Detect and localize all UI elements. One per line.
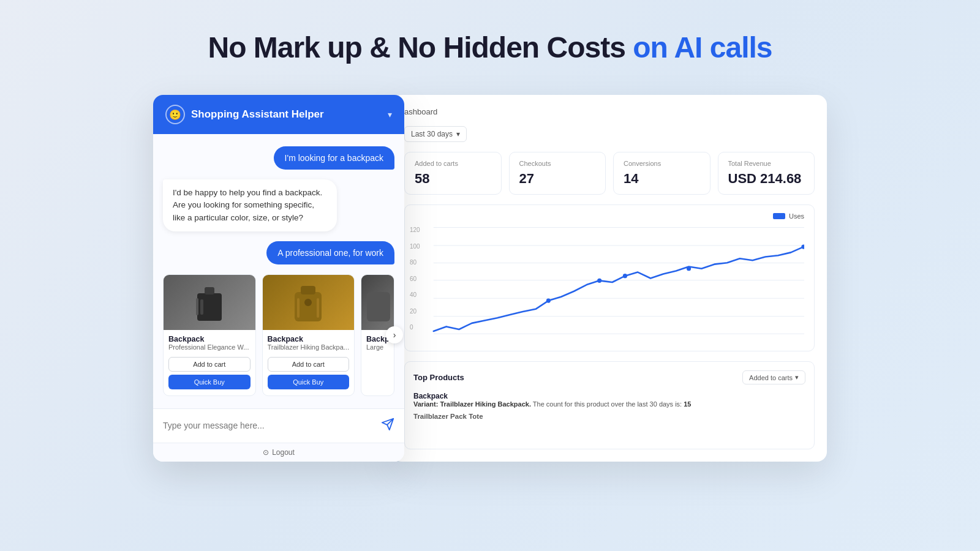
- dashboard-panel: ashboard Last 30 days ▾ Added to carts 5…: [392, 95, 827, 462]
- logout-icon: ⊙: [263, 448, 269, 457]
- svg-point-17: [546, 298, 551, 302]
- headline-accent: on AI calls: [633, 31, 772, 64]
- user-message-2: A professional one, for work: [266, 241, 394, 264]
- chat-panel: 🙂 Shopping Assistant Helper ▾ I'm lookin…: [153, 95, 404, 462]
- calendar-icon: ▾: [456, 130, 460, 138]
- product-image-3: [361, 275, 394, 330]
- product-actions-2: Add to cart Quick Buy: [263, 353, 355, 389]
- chevron-down-icon[interactable]: ▾: [388, 110, 392, 119]
- chart-legend: Uses: [773, 212, 804, 220]
- stats-row: Added to carts 58 Checkouts 27 Conversio…: [404, 152, 815, 195]
- svg-rect-7: [297, 298, 300, 318]
- product-name-2: Backpack: [268, 335, 350, 343]
- product-info-2: Backpack Trailblazer Hiking Backpa...: [263, 330, 355, 353]
- svg-rect-9: [367, 292, 390, 321]
- svg-point-6: [304, 299, 312, 306]
- svg-point-20: [687, 266, 691, 271]
- top-products-section: Top Products Added to carts ▾ Backpack V…: [404, 361, 815, 449]
- chat-header-left: 🙂 Shopping Assistant Helper: [165, 105, 324, 124]
- logout-label[interactable]: Logout: [272, 448, 295, 457]
- products-row: Backpack Professional Elegance W... Add …: [163, 274, 394, 396]
- legend-label: Uses: [789, 212, 804, 220]
- chat-avatar-icon: 🙂: [165, 105, 185, 124]
- product-subtitle-1: Professional Elegance W...: [168, 343, 251, 351]
- top-products-title: Top Products: [413, 373, 464, 382]
- product-card-1: Backpack Professional Elegance W... Add …: [163, 274, 256, 396]
- product-subtitle-3: Large: [366, 343, 389, 351]
- page-headline: No Mark up & No Hidden Costs on AI calls: [208, 31, 772, 64]
- panels-wrapper: 🙂 Shopping Assistant Helper ▾ I'm lookin…: [153, 95, 827, 462]
- svg-point-18: [597, 279, 601, 283]
- top-product-item-1: Trailblazer Pack Tote: [413, 413, 805, 420]
- top-product-name-0: Backpack: [413, 392, 805, 400]
- stat-value-2: 14: [624, 171, 700, 187]
- add-to-cart-button-2[interactable]: Add to cart: [268, 357, 350, 372]
- svg-rect-8: [317, 298, 319, 318]
- stat-value-1: 27: [519, 171, 596, 187]
- variant-label-0: Variant: Trailblazer Hiking Backpack.: [413, 400, 531, 408]
- bot-message-1: I'd be happy to help you find a backpack…: [163, 179, 337, 231]
- date-filter[interactable]: Last 30 days ▾: [404, 126, 467, 142]
- product-info-1: Backpack Professional Elegance W...: [164, 330, 255, 353]
- legend-dot: [773, 213, 785, 219]
- stat-card-1: Checkouts 27: [509, 152, 606, 195]
- stat-label-2: Conversions: [624, 160, 700, 167]
- user-message-1: I'm looking for a backpack: [274, 146, 394, 170]
- top-product-detail-0: Variant: Trailblazer Hiking Backpack. Th…: [413, 400, 805, 408]
- svg-rect-3: [196, 298, 198, 315]
- product-subtitle-2: Trailblazer Hiking Backpa...: [268, 343, 350, 351]
- top-product-item-0: Backpack Variant: Trailblazer Hiking Bac…: [413, 392, 805, 408]
- stat-value-3: USD 214.68: [728, 171, 805, 187]
- dropdown-chevron-icon: ▾: [795, 373, 799, 381]
- stat-card-0: Added to carts 58: [404, 152, 502, 195]
- y-axis-labels: 120 100 80 60 40 20 0: [410, 227, 420, 331]
- logout-area: ⊙ Logout: [153, 443, 404, 462]
- chat-input[interactable]: [163, 421, 375, 430]
- stat-label-3: Total Revenue: [728, 160, 805, 167]
- chat-header-title: Shopping Assistant Helper: [191, 108, 324, 121]
- send-button[interactable]: [381, 418, 394, 434]
- chat-header: 🙂 Shopping Assistant Helper ▾: [153, 95, 404, 134]
- chat-body: I'm looking for a backpack I'd be happy …: [153, 134, 404, 408]
- top-products-header: Top Products Added to carts ▾: [413, 370, 805, 384]
- add-to-cart-button-1[interactable]: Add to cart: [168, 357, 251, 372]
- product-actions-1: Add to cart Quick Buy: [164, 353, 255, 389]
- svg-rect-1: [205, 287, 214, 294]
- chart-area: Uses 120 100 80 60 40 20 0: [404, 204, 815, 351]
- svg-point-19: [623, 274, 627, 278]
- product-image-2: [263, 275, 355, 330]
- svg-rect-2: [200, 299, 203, 315]
- stat-label-0: Added to carts: [415, 160, 491, 167]
- stat-value-0: 58: [415, 171, 491, 187]
- top-products-filter[interactable]: Added to carts ▾: [742, 370, 805, 384]
- dashboard-topbar: ashboard: [404, 107, 815, 116]
- filter-label: Added to carts: [749, 374, 793, 381]
- stat-card-3: Total Revenue USD 214.68: [718, 152, 815, 195]
- stat-card-2: Conversions 14: [613, 152, 710, 195]
- product-image-1: [164, 275, 255, 330]
- carousel-next-button[interactable]: ›: [386, 326, 403, 343]
- top-product-name-1: Trailblazer Pack Tote: [413, 413, 805, 420]
- quick-buy-button-1[interactable]: Quick Buy: [168, 375, 251, 389]
- date-filter-label: Last 30 days: [411, 130, 453, 138]
- product-card-2: Backpack Trailblazer Hiking Backpa... Ad…: [262, 274, 355, 396]
- headline-text: No Mark up & No Hidden Costs: [208, 31, 625, 64]
- chat-input-area: [153, 408, 404, 443]
- count-value-0: 15: [684, 400, 691, 408]
- svg-rect-5: [301, 286, 315, 294]
- stat-label-1: Checkouts: [519, 160, 596, 167]
- quick-buy-button-2[interactable]: Quick Buy: [268, 375, 350, 389]
- chart-svg: [415, 221, 804, 343]
- product-name-1: Backpack: [168, 335, 251, 343]
